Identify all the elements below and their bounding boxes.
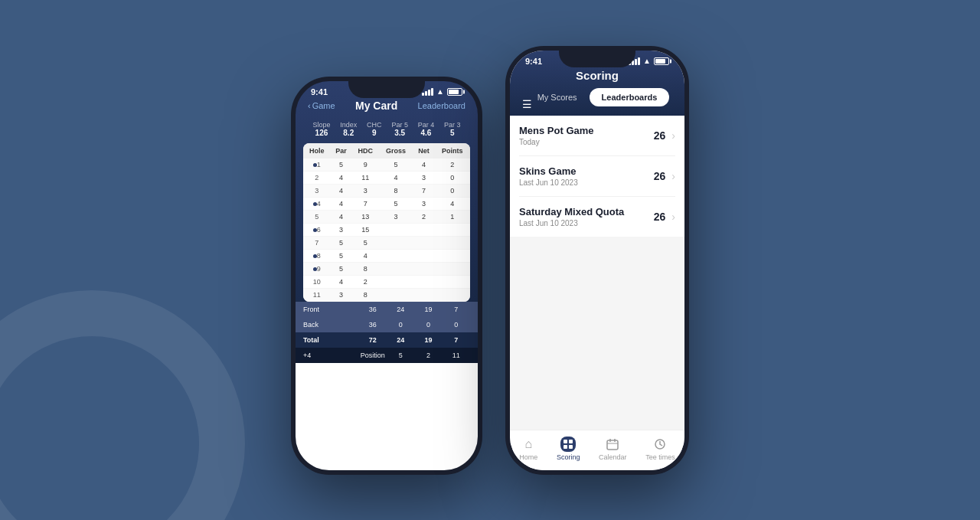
left-notch — [348, 77, 425, 98]
signal-bar-1 — [422, 93, 424, 96]
leaderboard-link[interactable]: Leaderboard — [418, 101, 466, 110]
game-info-1: Mens Pot Game Today — [519, 125, 654, 146]
back-par: 36 — [359, 321, 387, 329]
col-par: Par — [330, 143, 351, 159]
front-net: 19 — [414, 306, 442, 313]
total-pts: 7 — [443, 336, 470, 344]
game-item-2[interactable]: Skins Game Last Jun 10 2023 26 › — [519, 156, 675, 197]
cell-par: 5 — [330, 159, 351, 172]
pos-diff: +4 — [303, 352, 359, 359]
stats-row: Slope 126 Index 8.2 CHC 9 Par 5 3.5 — [296, 118, 478, 143]
back-button[interactable]: ‹ Game — [308, 101, 335, 110]
nav-scoring[interactable]: Scoring — [557, 437, 580, 461]
game-item-1[interactable]: Mens Pot Game Today 26 › — [519, 116, 675, 156]
cell-hdc: 7 — [352, 197, 379, 210]
left-phone: 9:41 ▲ — [291, 77, 482, 475]
scoring-icon — [560, 437, 576, 452]
game-item-3[interactable]: Saturday Mixed Quota Last Jun 10 2023 26… — [519, 197, 675, 237]
tabs-row: My Scores Leaderboards — [510, 88, 684, 106]
calendar-icon — [605, 437, 620, 452]
svg-rect-4 — [607, 440, 618, 450]
col-gross: Gross — [379, 143, 413, 159]
col-net: Net — [413, 143, 434, 159]
cell-par: 5 — [330, 236, 351, 249]
score-table: Hole Par HDC Gross Net Points 1 5 9 5 — [303, 143, 470, 302]
cell-hole: 3 — [303, 184, 330, 197]
index-value: 8.2 — [343, 129, 354, 137]
nav-home[interactable]: ⌂ Home — [519, 437, 537, 461]
scoring-title: Scoring — [510, 66, 684, 88]
left-status-icons: ▲ — [422, 87, 462, 96]
par4-label: Par 4 — [418, 121, 435, 129]
r-battery-icon — [654, 57, 669, 65]
game-info-3: Saturday Mixed Quota Last Jun 10 2023 — [519, 206, 654, 227]
game-date-2: Last Jun 10 2023 — [519, 178, 654, 187]
table-row: 6 3 15 — [303, 223, 470, 236]
slope-value: 126 — [315, 129, 328, 137]
front-totals-row: Front 36 24 19 7 — [296, 302, 478, 317]
tab-my-scores[interactable]: My Scores — [525, 88, 590, 106]
right-screen: 9:41 ▲ — [510, 51, 684, 470]
cell-hdc: 4 — [352, 249, 379, 262]
battery-fill — [449, 90, 459, 94]
nav-scoring-label: Scoring — [557, 453, 580, 461]
cell-par: 3 — [330, 223, 351, 236]
col-points: Points — [435, 143, 470, 159]
nav-calendar-label: Calendar — [599, 453, 627, 461]
front-label: Front — [303, 306, 359, 313]
cell-par: 3 — [330, 288, 351, 301]
nav-calendar[interactable]: Calendar — [599, 437, 627, 461]
game-score-3: 26 — [654, 211, 666, 223]
pos-gross: 5 — [387, 352, 414, 359]
cell-hole: 9 — [303, 262, 330, 275]
left-screen: 9:41 ▲ — [296, 81, 478, 470]
table-row: 4 4 7 5 3 4 — [303, 197, 470, 210]
cell-points: 0 — [435, 184, 470, 197]
cell-hole: 8 — [303, 249, 330, 262]
cell-points — [435, 249, 470, 262]
pos-label: Position — [359, 352, 387, 359]
chc-stat: CHC 9 — [367, 121, 382, 137]
cell-hole: 1 — [303, 159, 330, 172]
game-list: Mens Pot Game Today 26 › Skins Game Last… — [510, 116, 684, 237]
front-pts: 7 — [443, 306, 470, 313]
table-row: 2 4 11 4 3 0 — [303, 171, 470, 184]
cell-par: 5 — [330, 262, 351, 275]
cell-par: 4 — [330, 184, 351, 197]
cell-hdc: 2 — [352, 275, 379, 288]
cell-net — [413, 262, 434, 275]
tab-leaderboards[interactable]: Leaderboards — [590, 88, 670, 106]
nav-home-label: Home — [519, 453, 537, 461]
cell-hole: 2 — [303, 171, 330, 184]
par3-stat: Par 3 5 — [444, 121, 461, 137]
position-row: +4 Position 5 2 11 — [296, 348, 478, 363]
cell-points: 2 — [435, 159, 470, 172]
cell-net — [413, 249, 434, 262]
par3-value: 5 — [450, 129, 455, 137]
table-row: 1 5 9 5 4 2 — [303, 159, 470, 172]
game-score-1: 26 — [654, 129, 666, 142]
cell-points: 0 — [435, 171, 470, 184]
score-table-container: Hole Par HDC Gross Net Points 1 5 9 5 — [303, 143, 470, 302]
cell-net — [413, 275, 434, 288]
slope-label: Slope — [312, 121, 330, 129]
svg-rect-0 — [564, 440, 567, 443]
nav-teetimes[interactable]: Tee times — [645, 437, 675, 461]
game-date-3: Last Jun 10 2023 — [519, 219, 654, 227]
par5-value: 3.5 — [394, 129, 405, 137]
table-row: 3 4 3 8 7 0 — [303, 184, 470, 197]
back-label: Game — [312, 101, 335, 110]
cell-net: 4 — [413, 159, 434, 172]
cell-hdc: 3 — [352, 184, 379, 197]
right-status-icons: ▲ — [629, 57, 669, 65]
col-hole: Hole — [303, 143, 330, 159]
pos-net: 2 — [414, 352, 442, 359]
menu-icon[interactable]: ☰ — [522, 98, 532, 110]
total-label: Total — [303, 336, 359, 344]
cell-hole: 6 — [303, 223, 330, 236]
cell-gross: 5 — [379, 159, 413, 172]
game-title-1: Mens Pot Game — [519, 125, 654, 136]
cell-points — [435, 275, 470, 288]
cell-net: 3 — [413, 171, 434, 184]
cell-hdc: 9 — [352, 159, 379, 172]
